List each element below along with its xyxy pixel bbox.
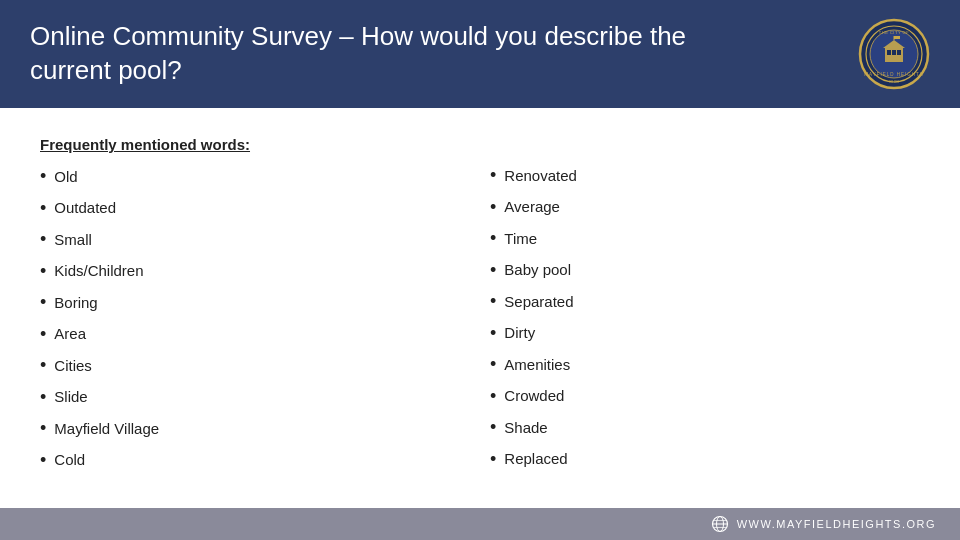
list-item: Renovated: [490, 160, 920, 192]
list-item: Cities: [40, 350, 470, 382]
list-item: Shade: [490, 412, 920, 444]
section-heading: Frequently mentioned words:: [40, 136, 470, 153]
footer-logo-area: WWW.MAYFIELDHEIGHTS.ORG: [711, 515, 936, 533]
list-item: Cold: [40, 445, 470, 477]
list-item: Small: [40, 224, 470, 256]
list-item: Average: [490, 192, 920, 224]
list-item: Old: [40, 161, 470, 193]
list-item: Baby pool: [490, 255, 920, 287]
title-line1: Online Community Survey – How would you …: [30, 21, 686, 51]
svg-text:MAYFIELD HEIGHTS: MAYFIELD HEIGHTS: [864, 72, 923, 77]
footer: WWW.MAYFIELDHEIGHTS.ORG: [0, 508, 960, 540]
list-item: Crowded: [490, 381, 920, 413]
list-item: Amenities: [490, 349, 920, 381]
right-bullet-list: Renovated Average Time Baby pool Separat…: [490, 160, 920, 475]
left-bullet-list: Old Outdated Small Kids/Children Boring …: [40, 161, 470, 476]
left-column: Frequently mentioned words: Old Outdated…: [40, 136, 470, 492]
slide-title: Online Community Survey – How would you …: [30, 20, 686, 88]
list-item: Mayfield Village: [40, 413, 470, 445]
svg-rect-9: [894, 36, 900, 39]
list-item: Separated: [490, 286, 920, 318]
list-item: Time: [490, 223, 920, 255]
globe-icon: [711, 515, 729, 533]
content-area: Frequently mentioned words: Old Outdated…: [0, 108, 960, 508]
list-item: Slide: [40, 382, 470, 414]
header: Online Community Survey – How would you …: [0, 0, 960, 108]
svg-text:THE CITY OF: THE CITY OF: [879, 30, 909, 35]
list-item: Area: [40, 319, 470, 351]
title-line2: current pool?: [30, 55, 182, 85]
svg-rect-4: [887, 50, 891, 55]
right-column: Renovated Average Time Baby pool Separat…: [490, 136, 920, 492]
slide: Online Community Survey – How would you …: [0, 0, 960, 540]
list-item: Dirty: [490, 318, 920, 350]
city-seal-logo: MAYFIELD HEIGHTS THE CITY OF OHIO: [858, 18, 930, 90]
footer-website: WWW.MAYFIELDHEIGHTS.ORG: [737, 518, 936, 530]
svg-text:OHIO: OHIO: [889, 79, 899, 84]
list-item: Outdated: [40, 193, 470, 225]
list-item: Boring: [40, 287, 470, 319]
svg-rect-6: [897, 50, 901, 55]
list-item: Replaced: [490, 444, 920, 476]
svg-rect-5: [892, 50, 896, 55]
list-item: Kids/Children: [40, 256, 470, 288]
